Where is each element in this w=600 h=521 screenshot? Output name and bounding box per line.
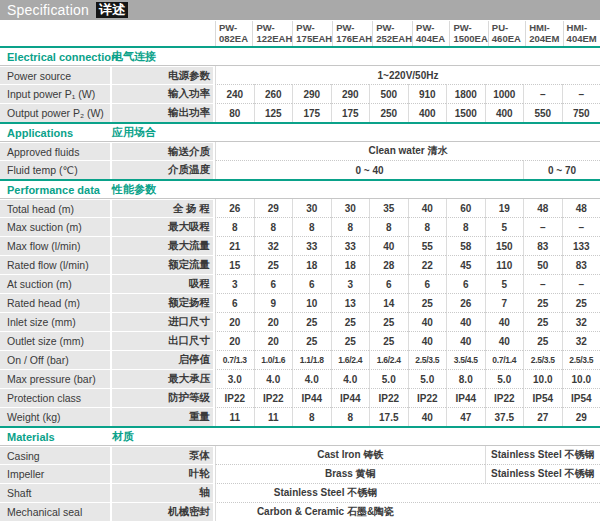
value-cell: 50 bbox=[523, 255, 562, 274]
table-row-shaft: Shaft轴Stainless Steel 不锈钢 bbox=[0, 483, 600, 502]
row-label-zh: 泵体 bbox=[112, 446, 213, 464]
value-cell: 32 bbox=[254, 236, 293, 255]
value-cell: 55 bbox=[408, 236, 447, 255]
value-cell: 18 bbox=[331, 255, 370, 274]
value-cell: 6 bbox=[215, 293, 254, 312]
value-cell: 20 bbox=[254, 331, 293, 350]
column-header-pw-082ea: PW-082EA bbox=[215, 21, 252, 46]
header-spacer-zh bbox=[112, 21, 215, 46]
row-label: Max pressure (bar) bbox=[0, 369, 110, 388]
section-title-zh: 材质 bbox=[112, 429, 215, 444]
value-cell: 8 bbox=[408, 217, 447, 236]
value-cell: 29 bbox=[254, 199, 293, 217]
value-cell: 40 bbox=[408, 199, 447, 217]
row-label-zh: 防护等级 bbox=[112, 388, 213, 407]
model-number: 460EA bbox=[492, 34, 525, 45]
value-cell: 25 bbox=[523, 293, 562, 312]
value-cell: 13 bbox=[331, 293, 370, 312]
table-row-inlet-size-mm-: Inlet size (mm)进口尺寸20202525254040402532 bbox=[0, 312, 600, 331]
value-cell: 8 bbox=[331, 217, 370, 236]
model-number: 1500EA bbox=[453, 34, 487, 45]
table-row-max-suction-m-: Max suction (m)最大吸程88888885–– bbox=[0, 217, 600, 236]
section-title-zh: 电气连接 bbox=[112, 49, 215, 64]
value-cell: 21 bbox=[215, 236, 254, 255]
value-cell: 40 bbox=[408, 331, 447, 350]
value-cell: 8 bbox=[369, 217, 408, 236]
column-header-pw-1500ea: PW-1500EA bbox=[449, 21, 487, 46]
value-cell: 32 bbox=[562, 331, 600, 350]
value-cell: 1800 bbox=[446, 84, 485, 103]
row-label: Shaft bbox=[0, 483, 110, 502]
value-cell: 290 bbox=[292, 84, 331, 103]
value-cell: 40 bbox=[408, 407, 447, 426]
value-cell: 5.0 bbox=[408, 369, 447, 388]
value-cell: 5.0 bbox=[485, 369, 524, 388]
value-cell: 26 bbox=[446, 293, 485, 312]
value-cell: 48 bbox=[523, 199, 562, 217]
row-label: Total head (m) bbox=[0, 199, 110, 217]
value-cell: 8.0 bbox=[446, 369, 485, 388]
table-row-total-head-m-: Total head (m)全 扬 程26293030354060194848 bbox=[0, 198, 600, 217]
column-header-pw-122eah: PW-122EAH bbox=[252, 21, 292, 46]
section-title: Electrical connection bbox=[0, 51, 112, 63]
table-row-mechanical-seal: Mechanical seal机械密封Carbon & Ceramic 石墨&陶… bbox=[0, 502, 600, 521]
value-cell: 5 bbox=[485, 217, 524, 236]
value-cell: 40 bbox=[485, 331, 524, 350]
row-label: Protection class bbox=[0, 388, 110, 407]
value-cell: Brass 黄铜 bbox=[215, 464, 485, 483]
value-cell: 40 bbox=[369, 236, 408, 255]
value-cell: 4.0 bbox=[292, 369, 331, 388]
value-cell: IP22 bbox=[369, 388, 408, 407]
value-cell: 30 bbox=[331, 199, 370, 217]
value-cell: 20 bbox=[254, 312, 293, 331]
row-label: Weight (kg) bbox=[0, 407, 110, 426]
value-cell: 25 bbox=[369, 312, 408, 331]
value-cell: 4.0 bbox=[254, 369, 293, 388]
value-cell: 1500 bbox=[446, 103, 485, 122]
value-cell: 6 bbox=[408, 274, 447, 293]
table-row-approved-fluids: Approved fluids输送介质Clean water 清水 bbox=[0, 141, 600, 160]
row-label-zh: 最大承压 bbox=[112, 369, 213, 388]
row-label: On / Off (bar) bbox=[0, 350, 110, 369]
value-cell: 0 ~ 70 bbox=[523, 160, 600, 179]
value-cell: 11 bbox=[215, 407, 254, 426]
model-header-row: PW-082EAPW-122EAHPW-175EAHPW-176EAHPW-25… bbox=[0, 21, 600, 46]
column-header-pw-252eah: PW-252EAH bbox=[372, 21, 412, 46]
value-cell: 110 bbox=[485, 255, 524, 274]
value-cell: 0.7/1.3 bbox=[215, 350, 254, 369]
table-row-max-pressure-bar-: Max pressure (bar)最大承压3.04.04.04.05.05.0… bbox=[0, 369, 600, 388]
row-label: Power source bbox=[0, 66, 110, 84]
model-number: 082EA bbox=[219, 34, 252, 45]
row-label-zh: 叶轮 bbox=[112, 464, 213, 483]
value-cell: IP44 bbox=[331, 388, 370, 407]
row-label-zh: 额定扬程 bbox=[112, 293, 213, 312]
value-cell: 125 bbox=[254, 103, 293, 122]
value-cell: 4.0 bbox=[331, 369, 370, 388]
value-cell: 6 bbox=[446, 274, 485, 293]
value-cell: 25 bbox=[254, 255, 293, 274]
value-cell: 20 bbox=[215, 331, 254, 350]
value-cell: Cast Iron 铸铁 bbox=[215, 446, 485, 464]
value-cell: 40 bbox=[446, 331, 485, 350]
value-cell: 15 bbox=[215, 255, 254, 274]
value-cell: 3.0 bbox=[215, 369, 254, 388]
value-cell: 1.1/1.8 bbox=[292, 350, 331, 369]
model-number: 175EAH bbox=[296, 34, 332, 45]
table-row-impeller: Impeller叶轮Brass 黄铜Stainless Steel 不锈钢 bbox=[0, 464, 600, 483]
value-cell: 25 bbox=[523, 331, 562, 350]
value-cell: 33 bbox=[331, 236, 370, 255]
value-cell: 28 bbox=[369, 255, 408, 274]
row-label: Output power P₂ (W) bbox=[0, 103, 110, 122]
row-label-zh: 全 扬 程 bbox=[112, 199, 213, 217]
value-cell: 150 bbox=[485, 236, 524, 255]
value-cell: 32 bbox=[562, 312, 600, 331]
value-cell: – bbox=[523, 274, 562, 293]
value-cell: 550 bbox=[523, 103, 562, 122]
value-cell: 48 bbox=[562, 199, 600, 217]
value-cell: 58 bbox=[446, 236, 485, 255]
row-label-zh: 机械密封 bbox=[112, 502, 213, 521]
value-cell: 6 bbox=[254, 274, 293, 293]
spec-table: PW-082EAPW-122EAHPW-175EAHPW-176EAHPW-25… bbox=[0, 21, 600, 521]
value-cell: 1~220V/50Hz bbox=[215, 66, 600, 84]
value-cell: 1.0/1.6 bbox=[254, 350, 293, 369]
